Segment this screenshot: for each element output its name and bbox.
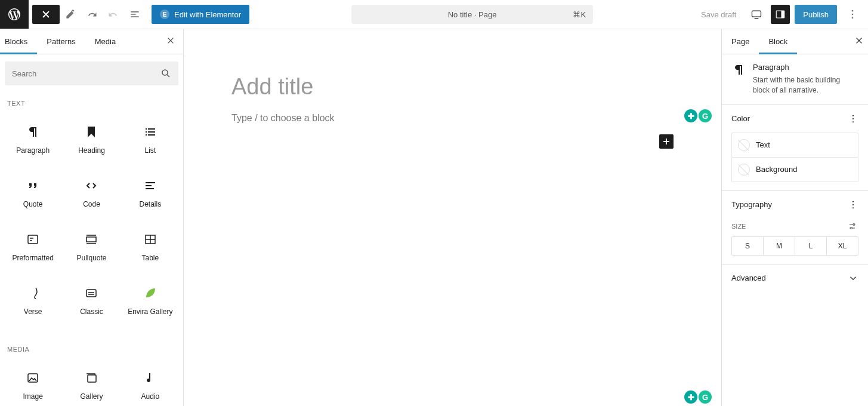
- block-item-verse[interactable]: Verse: [5, 275, 61, 327]
- audio-icon: [143, 371, 157, 385]
- add-block-button[interactable]: [659, 134, 674, 149]
- svg-point-4: [852, 14, 854, 16]
- text-color-swatch: [738, 139, 750, 151]
- text-color-row[interactable]: Text: [731, 133, 858, 158]
- image-icon: [26, 371, 40, 385]
- grammarly-badge[interactable]: G: [699, 109, 712, 122]
- redo-button[interactable]: [103, 4, 124, 25]
- block-item-list[interactable]: List: [122, 114, 178, 165]
- chevron-down-icon: [848, 273, 858, 284]
- size-xl[interactable]: XL: [827, 237, 858, 255]
- heading-icon: [84, 125, 98, 139]
- gallery-icon: [84, 371, 98, 385]
- typography-panel-title: Typography: [731, 200, 772, 209]
- inserter-tab-media[interactable]: Media: [85, 29, 125, 54]
- tools-button[interactable]: [60, 4, 81, 25]
- block-description: Start with the basic building block of a…: [753, 75, 858, 96]
- block-search-input[interactable]: [5, 61, 178, 85]
- background-color-row[interactable]: Background: [731, 157, 858, 182]
- options-button[interactable]: [842, 4, 863, 25]
- details-icon: [143, 179, 157, 193]
- elementor-label: Edit with Elementor: [174, 10, 241, 19]
- svg-point-19: [853, 223, 855, 225]
- svg-rect-0: [752, 11, 761, 17]
- svg-point-6: [162, 70, 168, 75]
- inserter-tabs: Blocks Patterns Media: [0, 29, 183, 54]
- view-button[interactable]: [747, 5, 766, 24]
- close-inserter-icon[interactable]: [158, 36, 183, 47]
- svg-point-5: [852, 17, 854, 19]
- document-overview-button[interactable]: [124, 4, 146, 25]
- svg-point-15: [852, 121, 854, 122]
- block-item-code[interactable]: Code: [63, 168, 119, 219]
- block-name: Paragraph: [753, 63, 858, 72]
- helper-badge-1[interactable]: ✚: [684, 109, 697, 122]
- settings-sidebar: Page Block Paragraph Start with the basi…: [721, 29, 868, 406]
- settings-toggle-button[interactable]: [771, 5, 790, 24]
- block-item-heading[interactable]: Heading: [63, 114, 119, 165]
- undo-button[interactable]: [81, 4, 103, 25]
- search-icon: [160, 68, 171, 79]
- inserter-tab-patterns[interactable]: Patterns: [37, 29, 85, 54]
- close-settings-icon[interactable]: [850, 36, 868, 47]
- publish-button[interactable]: Publish: [795, 5, 837, 24]
- block-item-preformatted[interactable]: Preformatted: [5, 222, 61, 273]
- block-item-quote[interactable]: Quote: [5, 168, 61, 219]
- settings-tab-page[interactable]: Page: [722, 29, 759, 54]
- block-item-table[interactable]: Table: [122, 222, 178, 273]
- pullquote-icon: [84, 232, 98, 247]
- quote-icon: [26, 179, 40, 193]
- block-item-paragraph[interactable]: Paragraph: [5, 114, 61, 165]
- svg-point-14: [852, 118, 854, 119]
- size-m[interactable]: M: [764, 237, 795, 255]
- preformatted-icon: [26, 232, 40, 247]
- inserter-tab-blocks[interactable]: Blocks: [0, 29, 37, 54]
- svg-rect-10: [87, 290, 96, 297]
- verse-icon: [26, 286, 40, 300]
- document-title: No title · Page: [448, 10, 497, 19]
- list-icon: [143, 125, 157, 139]
- toggle-inserter-button[interactable]: [32, 5, 60, 24]
- block-item-envira[interactable]: Envira Gallery: [122, 275, 178, 327]
- block-item-gallery[interactable]: Gallery: [63, 360, 119, 406]
- paragraph-icon: [26, 125, 40, 139]
- post-title-input[interactable]: Add title: [231, 74, 649, 100]
- envira-icon: [143, 286, 157, 300]
- svg-point-3: [852, 10, 854, 12]
- background-color-swatch: [738, 164, 750, 176]
- size-settings-icon[interactable]: [848, 221, 858, 232]
- classic-icon: [84, 286, 98, 300]
- color-panel-title: Color: [731, 114, 750, 123]
- typography-panel-menu-icon[interactable]: [848, 199, 858, 210]
- advanced-panel-toggle[interactable]: Advanced: [722, 264, 868, 292]
- elementor-icon: E: [160, 10, 169, 19]
- save-draft-button[interactable]: Save draft: [695, 7, 742, 23]
- svg-point-17: [852, 204, 854, 205]
- block-item-audio[interactable]: Audio: [122, 360, 178, 406]
- svg-point-16: [852, 201, 854, 202]
- block-inserter-panel: Blocks Patterns Media TEXTParagraphHeadi…: [0, 29, 184, 406]
- helper-badge-2[interactable]: ✚: [684, 390, 697, 404]
- settings-tab-block[interactable]: Block: [759, 29, 797, 54]
- size-label: SIZE: [731, 223, 746, 230]
- paragraph-icon: [731, 63, 746, 77]
- block-category-label: MEDIA: [5, 341, 178, 360]
- grammarly-badge-2[interactable]: G: [699, 390, 712, 404]
- svg-rect-2: [781, 11, 784, 18]
- block-item-pullquote[interactable]: Pullquote: [63, 222, 119, 273]
- block-item-image[interactable]: Image: [5, 360, 61, 406]
- block-placeholder[interactable]: Type / to choose a block: [231, 113, 649, 124]
- block-item-classic[interactable]: Classic: [63, 275, 119, 327]
- block-category-label: TEXT: [5, 95, 178, 114]
- table-icon: [143, 232, 157, 247]
- svg-point-18: [852, 207, 854, 208]
- size-l[interactable]: L: [795, 237, 827, 255]
- color-panel-menu-icon[interactable]: [848, 113, 858, 124]
- edit-with-elementor-button[interactable]: E Edit with Elementor: [152, 5, 249, 24]
- wordpress-logo[interactable]: [0, 0, 29, 29]
- top-toolbar: E Edit with Elementor No title · Page ⌘K…: [0, 0, 868, 29]
- size-s[interactable]: S: [732, 237, 764, 255]
- editor-canvas[interactable]: Add title Type / to choose a block ✚ G ✚…: [184, 29, 721, 406]
- document-title-bar[interactable]: No title · Page ⌘K: [351, 5, 593, 24]
- block-item-details[interactable]: Details: [122, 168, 178, 219]
